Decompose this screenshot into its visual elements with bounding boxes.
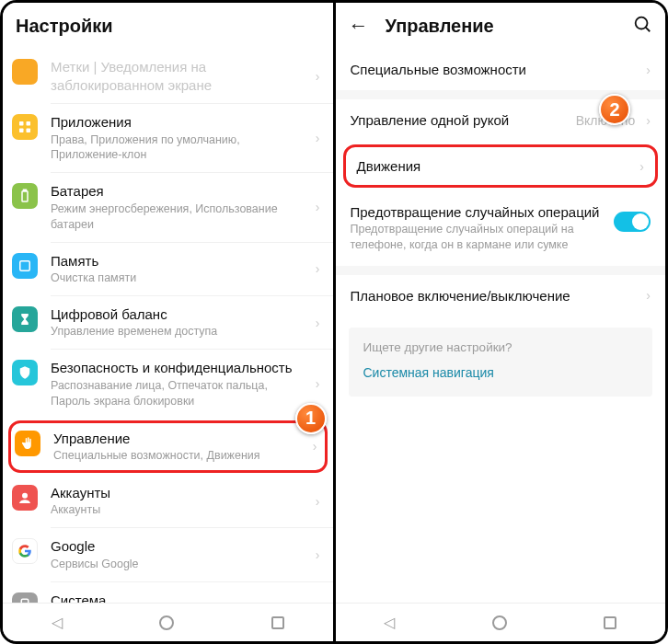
svg-rect-1 <box>27 121 31 126</box>
control-item-one-hand[interactable]: Управление одной рукой Включено › 2 <box>336 99 666 141</box>
callout-badge-2: 2 <box>599 94 630 125</box>
settings-pane: Настройки Метки | Уведомления на заблоки… <box>3 3 333 641</box>
chevron-right-icon: › <box>316 494 320 509</box>
battery-icon <box>12 183 38 209</box>
svg-rect-3 <box>27 129 31 133</box>
svg-rect-0 <box>19 121 24 126</box>
control-item-prevent-accidental[interactable]: Предотвращение случайных операций Предот… <box>336 191 666 266</box>
chevron-right-icon: › <box>316 316 320 330</box>
nav-recent-icon[interactable] <box>271 616 284 629</box>
chevron-right-icon: › <box>646 63 651 77</box>
user-icon <box>12 485 38 511</box>
chevron-right-icon: › <box>639 159 644 174</box>
settings-item-control[interactable]: Управление Специальные возможности, Движ… <box>8 420 328 473</box>
control-pane: ← Управление Специальные возможности › У… <box>333 3 666 641</box>
settings-item-apps[interactable]: Приложения Права, Приложения по умолчани… <box>3 104 333 172</box>
hourglass-icon <box>12 306 38 332</box>
nav-recent-icon[interactable] <box>604 616 616 629</box>
chevron-right-icon: › <box>646 113 651 128</box>
control-item-scheduled-power[interactable]: Плановое включение/выключение › <box>336 275 666 316</box>
callout-badge-1: 1 <box>295 403 327 434</box>
search-icon <box>632 14 652 34</box>
chevron-right-icon: › <box>313 439 317 454</box>
android-navbar: ◁ <box>3 603 333 641</box>
control-title: Управление <box>386 16 494 37</box>
search-button[interactable] <box>632 14 652 39</box>
tag-icon <box>12 59 38 85</box>
nav-back-icon[interactable]: ◁ <box>52 614 63 631</box>
svg-point-7 <box>22 493 28 499</box>
toggle-switch[interactable] <box>614 212 651 232</box>
settings-title: Настройки <box>16 16 113 37</box>
nav-home-icon[interactable] <box>492 615 507 630</box>
shield-icon <box>12 360 38 385</box>
apps-icon <box>12 114 38 140</box>
hint-question: Ищете другие настройки? <box>363 340 639 354</box>
storage-icon <box>12 253 38 279</box>
chevron-right-icon: › <box>316 547 320 562</box>
svg-line-10 <box>646 27 651 31</box>
settings-item-google[interactable]: Google Сервисы Google › <box>3 528 333 581</box>
android-navbar: ◁ <box>336 603 666 641</box>
chevron-right-icon: › <box>316 376 320 391</box>
settings-list: Метки | Уведомления на заблокированном э… <box>3 49 333 603</box>
settings-item-battery[interactable]: Батарея Режим энергосбережения, Использо… <box>3 173 333 241</box>
settings-item-labels[interactable]: Метки | Уведомления на заблокированном э… <box>3 49 333 103</box>
google-icon <box>12 538 38 564</box>
chevron-right-icon: › <box>316 131 320 145</box>
hand-icon <box>15 431 40 456</box>
control-item-accessibility[interactable]: Специальные возможности › <box>336 49 666 90</box>
chevron-right-icon: › <box>316 200 320 214</box>
phone-icon <box>12 592 38 603</box>
settings-item-storage[interactable]: Память Очистка памяти › <box>3 243 333 295</box>
hint-box: Ищете другие настройки? Системная навига… <box>349 328 653 397</box>
settings-item-system[interactable]: Система Системная навигация, Обновление … <box>3 582 333 603</box>
svg-rect-4 <box>22 191 28 201</box>
chevron-right-icon: › <box>316 261 320 276</box>
svg-rect-6 <box>20 260 30 270</box>
nav-home-icon[interactable] <box>159 615 174 630</box>
nav-back-icon[interactable]: ◁ <box>384 614 395 631</box>
hint-link[interactable]: Системная навигация <box>363 365 639 380</box>
control-list: Специальные возможности › Управление одн… <box>336 49 666 603</box>
settings-item-accounts[interactable]: Аккаунты Аккаунты › <box>3 475 333 527</box>
settings-header: Настройки <box>3 3 333 49</box>
svg-rect-8 <box>21 599 29 603</box>
settings-item-digital-balance[interactable]: Цифровой баланс Управление временем дост… <box>3 296 333 349</box>
back-button[interactable]: ← <box>349 14 369 38</box>
svg-point-9 <box>636 17 648 29</box>
chevron-right-icon: › <box>316 69 320 84</box>
svg-rect-5 <box>24 190 27 192</box>
svg-rect-2 <box>19 129 24 133</box>
control-item-motion[interactable]: Движения › <box>343 144 659 188</box>
settings-item-security[interactable]: Безопасность и конфиденциальность Распоз… <box>3 350 333 418</box>
control-header: ← Управление <box>336 3 666 49</box>
chevron-right-icon: › <box>646 288 651 303</box>
